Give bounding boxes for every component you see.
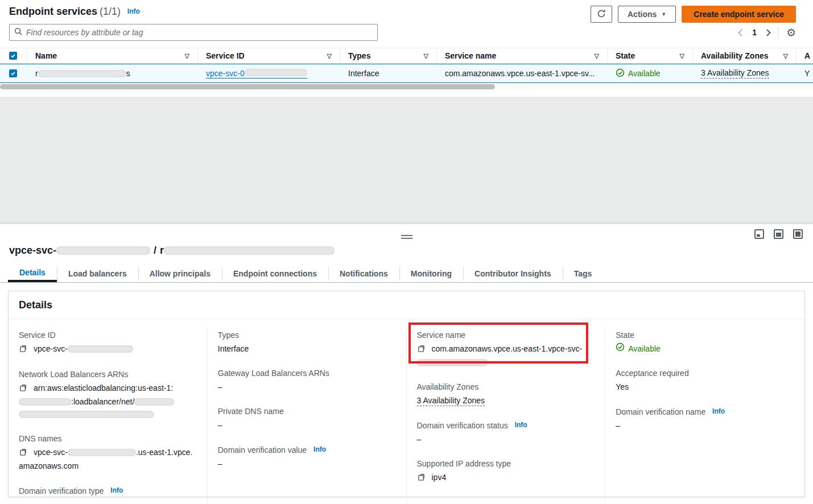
field-glb-arns: Gateway Load Balancers ARNs – bbox=[218, 367, 396, 393]
page-number[interactable]: 1 bbox=[752, 28, 757, 37]
field-domain-verification-type: Domain verification type Info – bbox=[19, 484, 197, 504]
panel-size-full-icon[interactable] bbox=[793, 229, 803, 239]
filter-icon[interactable]: ▽ bbox=[327, 52, 332, 60]
row-availability-zones-cell: 3 Availability Zones bbox=[693, 64, 797, 82]
previous-page-icon[interactable] bbox=[738, 29, 745, 36]
filter-icon[interactable]: ▽ bbox=[595, 52, 599, 60]
tab-details[interactable]: Details bbox=[8, 265, 57, 282]
field-private-dns-name: Private DNS name – bbox=[218, 405, 396, 431]
info-link[interactable]: Info bbox=[515, 421, 527, 429]
copy-icon[interactable] bbox=[417, 344, 426, 356]
row-types-cell: Interface bbox=[340, 64, 437, 82]
field-service-id: Service ID vpce-svc- bbox=[19, 329, 197, 356]
search-icon bbox=[14, 27, 23, 38]
column-header-service-id[interactable]: Service ID ▽ bbox=[198, 48, 340, 63]
field-domain-verification-status: Domain verification status Info – bbox=[417, 419, 595, 445]
panel-size-half-icon[interactable] bbox=[774, 229, 783, 239]
column-header-service-name[interactable]: Service name ▽ bbox=[437, 48, 608, 63]
settings-gear-icon[interactable]: ⚙ bbox=[786, 27, 796, 38]
tab-contributor-insights[interactable]: Contributor Insights bbox=[463, 265, 563, 282]
details-column-1: Service ID vpce-svc- Network Load Balanc… bbox=[9, 329, 208, 504]
page-title-text: Endpoint services bbox=[9, 6, 97, 17]
actions-button[interactable]: Actions ▼ bbox=[618, 6, 676, 23]
row-state-cell: Available bbox=[608, 64, 693, 82]
filter-icon[interactable]: ▽ bbox=[783, 52, 788, 60]
field-domain-verification-value: Domain verification value Info – bbox=[218, 443, 396, 470]
details-column-4: State Available Acceptance required Yes bbox=[605, 329, 804, 504]
background-gap bbox=[0, 97, 813, 224]
panel-size-small-icon[interactable] bbox=[754, 229, 764, 239]
refresh-icon bbox=[597, 9, 606, 20]
redacted-text bbox=[245, 69, 307, 76]
create-endpoint-service-button[interactable]: Create endpoint service bbox=[682, 6, 796, 23]
endpoint-services-panel: Endpoint services (1/1) Info Actions ▼ C… bbox=[0, 0, 813, 97]
info-link[interactable]: Info bbox=[712, 407, 725, 415]
page-title: Endpoint services (1/1) Info bbox=[9, 6, 140, 18]
redacted-text bbox=[38, 70, 126, 77]
copy-icon[interactable] bbox=[417, 472, 426, 485]
redacted-text bbox=[19, 411, 154, 418]
filter-icon[interactable]: ▽ bbox=[424, 52, 428, 60]
row-checkbox[interactable] bbox=[9, 69, 17, 77]
field-types: Types Interface bbox=[218, 329, 396, 355]
field-availability-zones: Availability Zones 3 Availability Zones bbox=[417, 381, 595, 407]
tab-allow-principals[interactable]: Allow principals bbox=[138, 265, 222, 282]
redacted-text bbox=[68, 345, 133, 353]
detail-split-panel: vpce-svc-/r Details Load balancers Allow… bbox=[0, 224, 813, 504]
resource-count: (1/1) bbox=[100, 6, 121, 17]
copy-icon[interactable] bbox=[19, 344, 27, 356]
search-box[interactable] bbox=[9, 24, 378, 41]
filter-icon[interactable]: ▽ bbox=[185, 52, 189, 60]
info-link[interactable]: Info bbox=[313, 445, 326, 453]
filter-icon[interactable]: ▽ bbox=[680, 52, 684, 60]
redacted-text bbox=[56, 246, 150, 255]
details-card-heading: Details bbox=[9, 291, 804, 319]
column-header-availability-zones[interactable]: Availability Zones ▽ bbox=[693, 48, 797, 63]
search-input[interactable] bbox=[26, 28, 373, 37]
info-link[interactable]: Info bbox=[110, 486, 123, 494]
details-card: Details Service ID vpce-svc- Network Loa… bbox=[8, 291, 805, 497]
row-acceptance-cell: Y bbox=[797, 64, 813, 82]
column-header-state[interactable]: State ▽ bbox=[608, 48, 693, 63]
field-supported-ip-address-type: Supported IP address type ipv4 bbox=[417, 457, 595, 485]
copy-icon[interactable] bbox=[19, 383, 27, 395]
check-circle-icon bbox=[616, 342, 625, 355]
field-state: State Available bbox=[616, 329, 794, 355]
availability-zones-popover-trigger[interactable]: 3 Availability Zones bbox=[701, 68, 769, 79]
divider bbox=[778, 26, 778, 39]
refresh-button[interactable] bbox=[591, 6, 612, 23]
table-row[interactable]: r s vpce-svc-0 Interface com.amazonaws.v… bbox=[0, 64, 813, 83]
availability-zones-popover-trigger[interactable]: 3 Availability Zones bbox=[417, 396, 485, 406]
field-dns-names: DNS names vpce-svc-.us-east-1.vpce.amazo… bbox=[19, 432, 197, 472]
caret-down-icon: ▼ bbox=[661, 11, 666, 17]
redacted-text bbox=[164, 246, 335, 255]
copy-icon[interactable] bbox=[19, 447, 27, 460]
row-name-cell: r s bbox=[27, 64, 198, 82]
column-header-acceptance[interactable]: A bbox=[797, 48, 813, 63]
column-header-types[interactable]: Types ▽ bbox=[340, 48, 437, 63]
redacted-text bbox=[19, 398, 71, 406]
tab-tags[interactable]: Tags bbox=[563, 265, 604, 282]
redacted-text bbox=[134, 398, 174, 406]
tab-notifications[interactable]: Notifications bbox=[328, 265, 399, 282]
table-header-row: Name ▽ Service ID ▽ Types ▽ Service name… bbox=[0, 48, 813, 64]
tab-monitoring[interactable]: Monitoring bbox=[399, 265, 463, 282]
info-link[interactable]: Info bbox=[127, 7, 140, 15]
redacted-text bbox=[68, 449, 136, 456]
horizontal-scrollbar bbox=[0, 84, 813, 90]
row-service-name-cell: com.amazonaws.vpce.us-east-1.vpce-sv... bbox=[437, 64, 608, 82]
row-service-id-cell: vpce-svc-0 bbox=[198, 64, 340, 82]
service-id-link[interactable]: vpce-svc-0 bbox=[206, 69, 307, 79]
selected-resource-title: vpce-svc-/r bbox=[9, 245, 335, 257]
tab-load-balancers[interactable]: Load balancers bbox=[57, 265, 138, 282]
redacted-text bbox=[417, 359, 488, 366]
select-all-checkbox[interactable] bbox=[9, 52, 17, 60]
split-panel-drag-handle[interactable] bbox=[401, 233, 412, 241]
horizontal-scrollbar-thumb[interactable] bbox=[0, 84, 495, 89]
tab-endpoint-connections[interactable]: Endpoint connections bbox=[222, 265, 328, 282]
check-circle-icon bbox=[616, 68, 625, 79]
next-page-icon[interactable] bbox=[764, 29, 771, 36]
column-header-name[interactable]: Name ▽ bbox=[27, 48, 198, 63]
details-column-3: Service name com.amazonaws.vpce.us-east-… bbox=[407, 329, 606, 504]
actions-label: Actions bbox=[628, 10, 657, 19]
